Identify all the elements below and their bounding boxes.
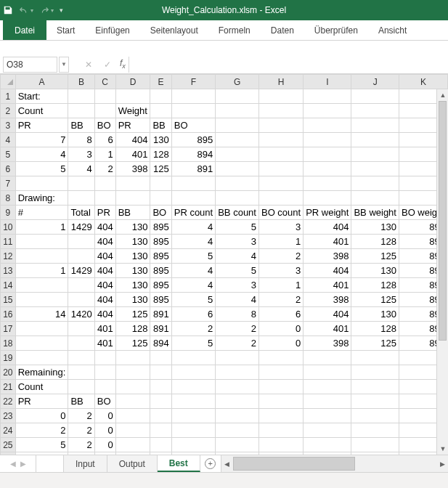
redo-button[interactable]: ▾ — [39, 5, 54, 15]
cell-B6[interactable]: 4 — [68, 162, 94, 176]
col-header-E[interactable]: E — [150, 75, 171, 89]
fx-icon[interactable]: fx — [117, 58, 129, 70]
cell-J3[interactable] — [351, 118, 399, 133]
row-header-5[interactable]: 5 — [1, 147, 16, 162]
cell-J1[interactable] — [351, 89, 399, 104]
cell-H24[interactable] — [258, 423, 303, 438]
cell-D23[interactable] — [115, 409, 150, 423]
cell-B22[interactable]: BB — [68, 394, 94, 409]
cell-B4[interactable]: 8 — [68, 133, 94, 147]
row-header-24[interactable]: 24 — [1, 423, 16, 438]
row-header-12[interactable]: 12 — [1, 249, 16, 264]
name-box-dropdown[interactable]: ▼ — [59, 57, 69, 73]
cell-A23[interactable]: 0 — [15, 409, 68, 423]
cell-J2[interactable] — [351, 104, 399, 118]
row-header-6[interactable]: 6 — [1, 162, 16, 176]
cell-J13[interactable]: 130 — [351, 264, 399, 278]
cell-E2[interactable] — [150, 104, 171, 118]
cell-I20[interactable] — [304, 365, 351, 380]
cell-G16[interactable]: 8 — [216, 307, 259, 322]
cell-G17[interactable]: 2 — [216, 322, 259, 336]
cell-G23[interactable] — [216, 409, 259, 423]
undo-button[interactable]: ▾ — [19, 5, 33, 15]
row-header-19[interactable]: 19 — [1, 351, 16, 365]
row-header-16[interactable]: 16 — [1, 307, 16, 322]
cell-C6[interactable]: 2 — [94, 162, 115, 176]
cell-C1[interactable] — [94, 89, 115, 104]
row-header-9[interactable]: 9 — [1, 206, 16, 220]
cell-I19[interactable] — [304, 351, 351, 365]
cell-B21[interactable] — [68, 380, 94, 394]
cell-C4[interactable]: 6 — [94, 133, 115, 147]
cell-I3[interactable] — [304, 118, 351, 133]
cell-D3[interactable]: PR — [115, 118, 150, 133]
cell-E25[interactable] — [150, 438, 171, 452]
cell-F20[interactable] — [171, 365, 215, 380]
cell-B9[interactable]: Total — [68, 206, 94, 220]
cell-I22[interactable] — [304, 394, 351, 409]
row-header-23[interactable]: 23 — [1, 409, 16, 423]
cell-F9[interactable]: PR count — [171, 206, 215, 220]
cell-J16[interactable]: 130 — [351, 307, 399, 322]
cell-B10[interactable]: 1429 — [68, 220, 94, 235]
cell-F17[interactable]: 2 — [171, 322, 215, 336]
cell-G6[interactable] — [216, 162, 259, 176]
worksheet-grid[interactable]: ABCDEFGHIJK1Start:2CountWeight3PRBBBOPRB… — [0, 74, 448, 455]
cell-A15[interactable] — [15, 293, 68, 307]
cell-H23[interactable] — [258, 409, 303, 423]
cell-F10[interactable]: 4 — [171, 220, 215, 235]
cell-B3[interactable]: BB — [68, 118, 94, 133]
formula-input[interactable] — [129, 57, 448, 73]
cell-F7[interactable] — [171, 176, 215, 191]
cell-G14[interactable]: 3 — [216, 278, 259, 293]
cell-C17[interactable]: 401 — [94, 322, 115, 336]
cell-D9[interactable]: BB — [115, 206, 150, 220]
cell-J23[interactable] — [351, 409, 399, 423]
cell-G25[interactable] — [216, 438, 259, 452]
name-box[interactable]: O38 — [3, 57, 57, 73]
cell-F2[interactable] — [171, 104, 215, 118]
cell-E10[interactable]: 895 — [150, 220, 171, 235]
cell-D20[interactable] — [115, 365, 150, 380]
cell-E21[interactable] — [150, 380, 171, 394]
cell-C23[interactable]: 0 — [94, 409, 115, 423]
cell-C13[interactable]: 404 — [94, 264, 115, 278]
cell-B7[interactable] — [68, 176, 94, 191]
cell-C22[interactable]: BO — [94, 394, 115, 409]
cell-G13[interactable]: 5 — [216, 264, 259, 278]
cell-H21[interactable] — [258, 380, 303, 394]
cell-A6[interactable]: 5 — [15, 162, 68, 176]
cell-J15[interactable]: 125 — [351, 293, 399, 307]
cell-E7[interactable] — [150, 176, 171, 191]
cell-D26[interactable] — [115, 452, 150, 455]
cell-E11[interactable]: 895 — [150, 235, 171, 249]
scroll-right-icon[interactable]: ▶ — [436, 458, 448, 470]
row-header-14[interactable]: 14 — [1, 278, 16, 293]
cell-H16[interactable]: 6 — [258, 307, 303, 322]
cell-A2[interactable]: Count — [15, 104, 68, 118]
cell-B16[interactable]: 1420 — [68, 307, 94, 322]
cell-H2[interactable] — [258, 104, 303, 118]
cell-D25[interactable] — [115, 438, 150, 452]
cell-A22[interactable]: PR — [15, 394, 68, 409]
scroll-left-icon[interactable]: ◀ — [221, 458, 233, 470]
cell-I21[interactable] — [304, 380, 351, 394]
cell-E14[interactable]: 895 — [150, 278, 171, 293]
cell-H1[interactable] — [258, 89, 303, 104]
cell-A1[interactable]: Start: — [15, 89, 68, 104]
cell-J19[interactable] — [351, 351, 399, 365]
cell-H3[interactable] — [258, 118, 303, 133]
cell-H15[interactable]: 2 — [258, 293, 303, 307]
cell-C19[interactable] — [94, 351, 115, 365]
cell-G26[interactable] — [216, 452, 259, 455]
cell-A7[interactable] — [15, 176, 68, 191]
cell-F16[interactable]: 6 — [171, 307, 215, 322]
cell-E13[interactable]: 895 — [150, 264, 171, 278]
cell-D18[interactable]: 125 — [115, 336, 150, 351]
row-header-26[interactable]: 26 — [1, 452, 16, 455]
cell-F21[interactable] — [171, 380, 215, 394]
row-header-8[interactable]: 8 — [1, 191, 16, 206]
cell-G3[interactable] — [216, 118, 259, 133]
cell-I17[interactable]: 401 — [304, 322, 351, 336]
cell-G20[interactable] — [216, 365, 259, 380]
